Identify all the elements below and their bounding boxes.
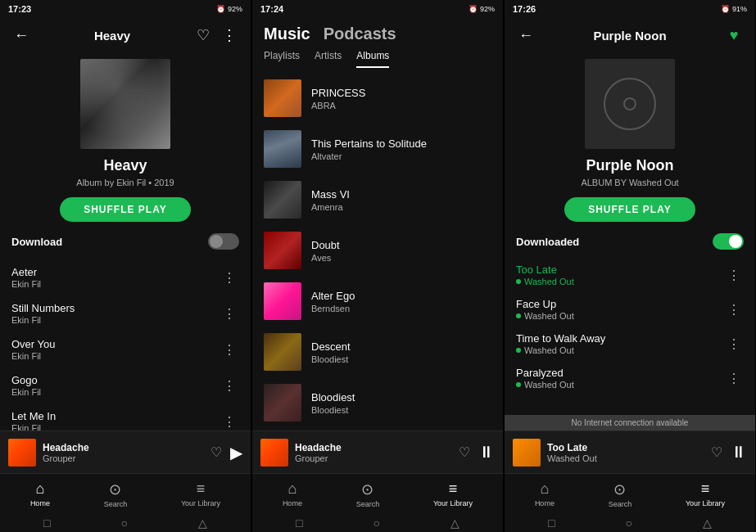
album-thumb-alterego [264, 282, 301, 320]
track-name-4: Gogo [11, 374, 220, 386]
track-item-5[interactable]: Let Me In Ekin Fil ⋮ [11, 404, 239, 431]
album-art-container-3 [516, 52, 744, 157]
now-playing-bar-1[interactable]: Headache Grouper ♡ ▶ [0, 431, 251, 473]
nav-home-1[interactable]: ⌂ Home [24, 477, 57, 511]
np-heart-3[interactable]: ♡ [711, 444, 722, 460]
album-name-descent: Descent [311, 340, 491, 353]
np-artist-3: Washed Out [547, 453, 711, 463]
green-dot-4 [516, 382, 521, 387]
nav-search-2[interactable]: ⊙ Search [350, 477, 387, 512]
download-toggle-1[interactable] [208, 233, 239, 250]
song-item-3[interactable]: Time to Walk Away Washed Out ⋮ [516, 327, 744, 361]
tab-artists[interactable]: Artists [315, 50, 342, 68]
no-internet-bar: No Internet connection available [505, 415, 755, 431]
nav-library-2[interactable]: ≡ Your Library [427, 477, 479, 511]
album-subtitle-1: Album by Ekin Fil • 2019 [11, 178, 239, 187]
track-more-2[interactable]: ⋮ [220, 304, 239, 323]
np-pause-3[interactable]: ⏸ [731, 443, 747, 462]
song-artist-4: Washed Out [516, 380, 724, 390]
status-bar-2: 17:24 ⏰ 92% [252, 0, 503, 18]
song-more-3[interactable]: ⋮ [724, 335, 744, 354]
tab-podcasts[interactable]: Podcasts [324, 25, 396, 43]
album-art-heavy [80, 59, 170, 149]
heart-icon-1[interactable]: ♡ [193, 26, 213, 44]
now-playing-bar-3[interactable]: Too Late Washed Out ♡ ⏸ [505, 431, 755, 473]
np-pause-2[interactable]: ⏸ [478, 443, 495, 462]
list-item[interactable]: This Pertains to Solitude Altvater [252, 124, 503, 174]
album-list: PRINCESS ABRA This Pertains to Solitude … [252, 73, 503, 431]
list-item[interactable]: Alter Ego Berndsen [252, 276, 503, 327]
search-icon-2: ⊙ [361, 480, 373, 498]
song-more-1[interactable]: ⋮ [724, 266, 744, 285]
np-heart-2[interactable]: ♡ [459, 444, 470, 460]
gesture-triangle-2: △ [450, 516, 459, 530]
search-label-2: Search [356, 500, 380, 508]
now-playing-bar-2[interactable]: Headache Grouper ♡ ⏸ [252, 431, 503, 473]
downloaded-row-3: Downloaded [516, 233, 744, 250]
nav-library-1[interactable]: ≡ Your Library [174, 477, 227, 511]
nav-header-3: ← Purple Noon ♥ [505, 18, 755, 52]
list-item[interactable]: Descent Bloodiest [252, 327, 503, 377]
shuffle-play-btn-1[interactable]: SHUFFLE PLAY [60, 197, 191, 222]
heart-icon-3[interactable]: ♥ [724, 27, 744, 44]
nav-home-3[interactable]: ⌂ Home [528, 477, 561, 511]
list-item[interactable]: PRINCESS ABRA [252, 73, 503, 124]
song-more-2[interactable]: ⋮ [724, 300, 744, 319]
nav-search-1[interactable]: ⊙ Search [97, 477, 134, 512]
tab-albums[interactable]: Albums [356, 50, 389, 68]
song-item-2[interactable]: Face Up Washed Out ⋮ [516, 292, 744, 327]
gesture-square-2: □ [296, 516, 302, 530]
back-icon-3[interactable]: ← [516, 27, 536, 44]
np-heart-1[interactable]: ♡ [211, 444, 222, 460]
np-play-1[interactable]: ▶ [230, 443, 242, 462]
panel-library: 17:24 ⏰ 92% Music Podcasts Playlists Art… [252, 0, 504, 532]
track-item-4[interactable]: Gogo Ekin Fil ⋮ [11, 367, 239, 404]
gesture-circle-1: ○ [120, 516, 127, 530]
tab-playlists[interactable]: Playlists [264, 50, 300, 68]
song-item-4[interactable]: Paralyzed Washed Out ⋮ [516, 361, 744, 395]
song-artist-2: Washed Out [516, 311, 724, 321]
list-item[interactable]: Doubt Aves [252, 225, 503, 276]
track-more-1[interactable]: ⋮ [220, 268, 239, 287]
tab-music[interactable]: Music [264, 25, 310, 43]
battery-3: 91% [732, 5, 747, 13]
np-artist-1: Grouper [43, 453, 211, 463]
np-artist-2: Grouper [295, 453, 459, 463]
list-item[interactable]: Mass VI Amenra [252, 174, 503, 225]
song-name-1: Too Late [516, 264, 724, 276]
track-more-5[interactable]: ⋮ [220, 413, 239, 431]
song-more-4[interactable]: ⋮ [724, 369, 744, 388]
status-bar-3: 17:26 ⏰ 91% [505, 0, 755, 18]
album-name-solitude: This Pertains to Solitude [311, 138, 491, 150]
page-title-1: Heavy [31, 29, 193, 43]
home-label-1: Home [30, 499, 50, 507]
np-info-1: Headache Grouper [43, 442, 211, 463]
nav-library-3[interactable]: ≡ Your Library [679, 477, 731, 511]
back-icon-1[interactable]: ← [11, 27, 31, 44]
list-item[interactable]: Bloodiest Bloodiest [252, 377, 503, 428]
shuffle-play-btn-3[interactable]: SHUFFLE PLAY [564, 197, 695, 222]
nav-search-3[interactable]: ⊙ Search [602, 477, 639, 512]
battery-1: 92% [228, 5, 242, 13]
track-item-3[interactable]: Over You Ekin Fil ⋮ [11, 331, 239, 367]
album-artist-descent: Bloodiest [311, 354, 491, 364]
home-icon-1: ⌂ [35, 480, 44, 498]
nav-header-1: ← Heavy ♡ ⋮ [0, 18, 251, 52]
lib-header: Music Podcasts Playlists Artists Albums [252, 18, 503, 73]
nav-home-2[interactable]: ⌂ Home [276, 477, 309, 511]
song-name-4: Paralyzed [516, 367, 724, 379]
home-icon-3: ⌂ [540, 480, 549, 498]
downloaded-toggle-3[interactable] [713, 233, 744, 250]
song-name-2: Face Up [516, 298, 724, 310]
track-more-4[interactable]: ⋮ [220, 376, 239, 395]
np-title-1: Headache [43, 442, 211, 453]
album-thumb-massvi [264, 181, 301, 219]
track-name-3: Over You [11, 338, 220, 350]
green-dot-2 [516, 313, 521, 318]
track-item-1[interactable]: Aeter Ekin Fil ⋮ [11, 259, 239, 295]
more-icon-1[interactable]: ⋮ [220, 26, 239, 44]
track-more-3[interactable]: ⋮ [220, 340, 239, 359]
song-item-1[interactable]: Too Late Washed Out ⋮ [516, 258, 744, 292]
song-name-3: Time to Walk Away [516, 332, 724, 345]
track-item-2[interactable]: Still Numbers Ekin Fil ⋮ [11, 295, 239, 331]
